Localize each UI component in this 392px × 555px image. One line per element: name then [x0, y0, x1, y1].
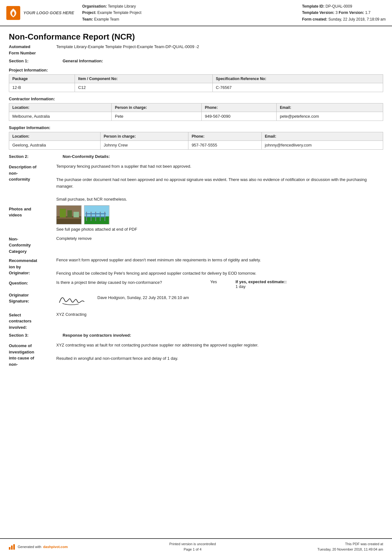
- photos-caption: See full page photos attached at end of …: [56, 226, 383, 233]
- question-row: Question: Is there a project time delay …: [9, 279, 383, 289]
- supplier-header-email: Email:: [261, 132, 383, 141]
- section3-label: Section 3:: [9, 333, 56, 338]
- footer-right-line2: Tuesday, 20 November 2018, 11:49:04 am: [317, 547, 383, 552]
- recommendation-label: Recommendation byOriginator:: [9, 257, 56, 276]
- contractors-row: Selectcontractorsinvolved: XYZ Contracti…: [9, 311, 383, 331]
- footer-right-line1: This PDF was created at: [317, 541, 383, 547]
- section1-title: General Information:: [63, 59, 103, 63]
- template-id-row: Template ID: DP-QUAL-0009: [302, 3, 386, 9]
- project-info-table: Package Item / Component No: Specificati…: [9, 74, 383, 92]
- photos-label: Photos andvideos: [9, 205, 56, 218]
- form-number-row: AutomatedForm Number Template Library-Ex…: [9, 44, 383, 56]
- team-label: Team:: [82, 17, 93, 22]
- contractor-email: pete@petefence.com: [277, 112, 383, 121]
- project-table-header-1: Item / Component No:: [75, 75, 212, 83]
- project-row: Project: Example Template Project: [82, 9, 289, 16]
- contractor-info-title: Contractor Information:: [9, 97, 383, 101]
- org-label: Organisation:: [82, 4, 107, 9]
- header-meta-right: Template ID: DP-QUAL-0009 Template Versi…: [302, 3, 386, 22]
- photos-container: [56, 205, 383, 224]
- footer-generated-label: Generated with: [18, 545, 41, 549]
- outcome-row: Outcome ofinvestigationinto cause ofnon-…: [9, 342, 383, 367]
- supplier-header-person: Person in charge:: [101, 132, 188, 141]
- recommendation-line-0: Fence wasn't form approved supplier and …: [56, 257, 383, 264]
- supplier-header-location: Location:: [9, 132, 101, 141]
- estimate-value: 1 day: [236, 284, 246, 289]
- section1-label: Section 1:: [9, 59, 56, 63]
- dashpivot-icon: [9, 544, 16, 550]
- description-value: Temporary fencing purchased from a suppl…: [56, 163, 383, 203]
- project-value: Example Template Project: [97, 10, 141, 15]
- contractor-header-email: Email:: [277, 103, 383, 112]
- supplier-info-title: Supplier Information:: [9, 125, 383, 130]
- supplier-phone: 957-767-5555: [188, 141, 262, 150]
- question-answer: Yes: [210, 279, 229, 284]
- svg-rect-16: [9, 547, 10, 550]
- photo-thumb-1: [56, 205, 82, 224]
- svg-rect-4: [67, 210, 72, 218]
- svg-rect-12: [100, 212, 101, 221]
- org-row: Organisation: Template Library: [82, 3, 289, 9]
- description-line-2: Small purchase, but NCR nonetheless.: [56, 196, 383, 203]
- template-version-label: Template Version:: [302, 10, 334, 15]
- outcome-line-0: XYZ contracting was at fault for not con…: [56, 342, 383, 349]
- contractor-header-location: Location:: [9, 103, 112, 112]
- description-line-0: Temporary fencing purchased from a suppl…: [56, 163, 383, 170]
- svg-rect-5: [74, 212, 79, 218]
- svg-rect-13: [104, 212, 105, 221]
- recommendation-value: Fence wasn't form approved supplier and …: [56, 257, 383, 277]
- doc-title: Non-Conformance Report (NCR): [9, 32, 383, 42]
- photos-row: Photos andvideos: [9, 205, 383, 233]
- header-meta-left: Organisation: Template Library Project: …: [82, 3, 289, 22]
- svg-rect-10: [91, 212, 92, 221]
- svg-rect-14: [85, 213, 106, 214]
- supplier-location: Geelong, Australia: [9, 141, 101, 150]
- form-number-value: Template Library-Example Template Projec…: [56, 44, 199, 56]
- category-value: Completely remove: [56, 235, 383, 242]
- footer-center: Printed version is uncontrolled Page 1 o…: [169, 541, 216, 552]
- signature-area: Dave Hodgson, Sunday, 22 July 2018, 7:26…: [56, 291, 383, 309]
- project-spec-ref: C-76567: [212, 83, 383, 92]
- description-label: Description ofnon-conformity: [9, 163, 56, 183]
- section1-header: Section 1: General Information:: [9, 59, 383, 63]
- logo-area: YOUR LOGO GOES HERE: [6, 3, 76, 22]
- category-row: Non-ConformityCategory Completely remove: [9, 235, 383, 255]
- recommendation-row: Recommendation byOriginator: Fence wasn'…: [9, 257, 383, 277]
- footer-center-line1: Printed version is uncontrolled: [169, 541, 216, 547]
- project-label: Project:: [82, 10, 96, 15]
- contractors-value: XYZ Contracting: [56, 311, 383, 318]
- org-value: Template Library: [108, 4, 136, 9]
- svg-rect-15: [85, 216, 106, 217]
- photos-value: See full page photos attached at end of …: [56, 205, 383, 233]
- template-version-value: 3: [335, 10, 338, 15]
- supplier-email: johnny@fencedlivery.com: [261, 141, 383, 150]
- question-estimate: If yes, expected estimate:: 1 day: [236, 279, 383, 289]
- header-meta: Organisation: Template Library Project: …: [82, 3, 386, 22]
- logo-icon: [6, 6, 20, 20]
- footer-left: Generated with dashpivot.com: [9, 544, 68, 550]
- supplier-person: Johnny Crew: [101, 141, 188, 150]
- question-content: Is there a project time delay caused by …: [56, 279, 383, 289]
- svg-rect-6: [57, 217, 81, 219]
- photo-thumb-2: [84, 205, 109, 224]
- table-row: 12-B C12 C-76567: [9, 83, 383, 92]
- footer-brand-link[interactable]: dashpivot.com: [43, 545, 68, 549]
- question-text-value: Is there a project time delay caused by …: [56, 280, 162, 285]
- project-component: C12: [75, 83, 212, 92]
- outcome-line-1: Resulted in wrongful and non-conformant …: [56, 355, 383, 362]
- contractors-label: Selectcontractorsinvolved:: [9, 311, 56, 331]
- team-row: Team: Example Team: [82, 16, 289, 22]
- category-label: Non-ConformityCategory: [9, 235, 56, 255]
- page-header: YOUR LOGO GOES HERE Organisation: Templa…: [0, 0, 392, 26]
- page-footer: Generated with dashpivot.com Printed ver…: [0, 538, 392, 555]
- signature-value: Dave Hodgson, Sunday, 22 July 2018, 7:26…: [56, 291, 383, 309]
- form-number-label: AutomatedForm Number: [9, 44, 56, 56]
- footer-right: This PDF was created at Tuesday, 20 Nove…: [317, 541, 383, 552]
- form-version-value: 1.7: [365, 10, 371, 15]
- estimate-label: If yes, expected estimate::: [236, 279, 287, 284]
- team-value: Example Team: [94, 17, 119, 22]
- svg-rect-17: [11, 546, 13, 550]
- project-info-title: Project Information:: [9, 68, 383, 72]
- recommendation-line-1: Fencing should be collected by Pete's fe…: [56, 270, 383, 277]
- contractor-info-table: Location: Person in charge: Phone: Email…: [9, 103, 383, 121]
